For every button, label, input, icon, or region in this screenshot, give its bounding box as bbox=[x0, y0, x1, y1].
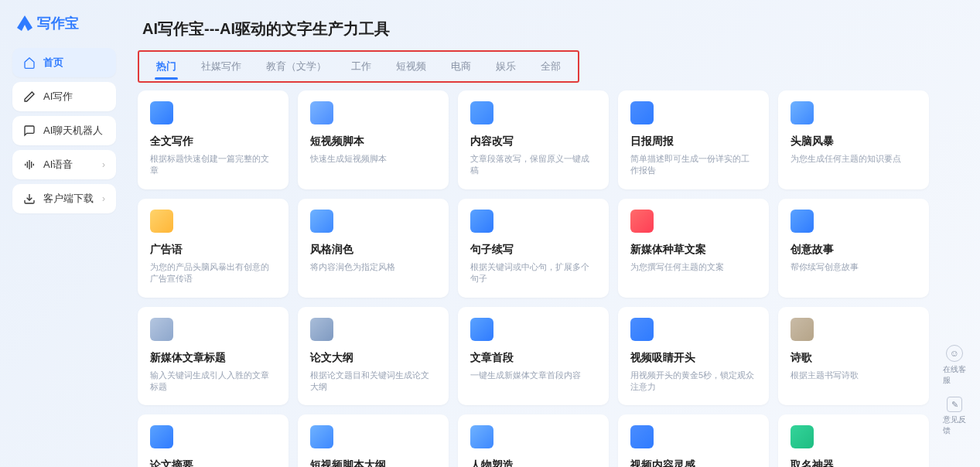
float-service-label: 在线客服 bbox=[943, 364, 966, 386]
sidebar-item-label: 首页 bbox=[43, 56, 63, 70]
online-service-button[interactable]: ☺ 在线客服 bbox=[943, 345, 966, 386]
tab-1[interactable]: 社媒写作 bbox=[189, 55, 254, 78]
tab-0[interactable]: 热门 bbox=[144, 55, 189, 78]
feature-card-5[interactable]: 广告语为您的产品头脑风暴出有创意的广告宣传语 bbox=[138, 199, 289, 298]
brand-name: 写作宝 bbox=[37, 14, 79, 32]
card-desc: 快速生成短视频脚本 bbox=[310, 153, 436, 165]
card-desc: 帮你续写创意故事 bbox=[790, 261, 917, 273]
card-icon bbox=[630, 101, 654, 124]
card-icon bbox=[790, 101, 814, 124]
card-icon bbox=[470, 318, 493, 341]
audio-icon bbox=[23, 159, 36, 171]
card-icon bbox=[150, 210, 173, 233]
sidebar-item-4[interactable]: 客户端下载› bbox=[12, 184, 116, 213]
card-icon bbox=[150, 318, 173, 341]
category-tabs: 热门社媒写作教育（文学）工作短视频电商娱乐全部 bbox=[138, 50, 579, 83]
float-feedback-label: 意见反馈 bbox=[943, 414, 966, 436]
sidebar: 写作宝 首页AI写作AI聊天机器人AI语音›客户端下载› bbox=[6, 6, 122, 467]
feature-card-7[interactable]: 句子续写根据关键词或中心句，扩展多个句子 bbox=[458, 199, 609, 298]
tab-4[interactable]: 短视频 bbox=[384, 55, 439, 78]
card-desc: 用视频开头的黄金5秒，锁定观众注意力 bbox=[630, 370, 756, 394]
card-title: 日报周报 bbox=[630, 135, 756, 148]
card-grid: 全文写作根据标题快速创建一篇完整的文章短视频脚本快速生成短视频脚本内容改写文章段… bbox=[138, 90, 968, 467]
card-title: 视频内容灵感 bbox=[630, 458, 756, 467]
card-title: 取名神器 bbox=[790, 458, 917, 467]
feature-card-18[interactable]: 视频内容灵感哪些点拍视频？让AI写作宝来提供灵感 bbox=[618, 414, 769, 467]
sidebar-item-3[interactable]: AI语音› bbox=[12, 150, 116, 179]
feature-card-10[interactable]: 新媒体文章标题输入关键词生成引人入胜的文章标题 bbox=[138, 307, 289, 406]
download-icon bbox=[23, 193, 36, 205]
card-title: 头脑风暴 bbox=[790, 135, 917, 148]
feature-card-4[interactable]: 头脑风暴为您生成任何主题的知识要点 bbox=[778, 90, 929, 189]
card-icon bbox=[630, 425, 654, 448]
card-title: 论文摘要 bbox=[150, 458, 276, 467]
card-title: 新媒体文章标题 bbox=[150, 351, 276, 365]
feedback-button[interactable]: ✎ 意见反馈 bbox=[943, 397, 966, 436]
tab-6[interactable]: 娱乐 bbox=[483, 55, 528, 78]
card-desc: 一键生成新媒体文章首段内容 bbox=[470, 370, 596, 381]
card-desc: 根据主题书写诗歌 bbox=[790, 370, 917, 381]
sidebar-item-1[interactable]: AI写作 bbox=[12, 82, 116, 111]
card-desc: 为您撰写任何主题的文案 bbox=[630, 261, 756, 273]
feature-card-19[interactable]: 取名神器一键生成人名、公司名称 bbox=[778, 414, 929, 467]
card-title: 短视频脚本 bbox=[310, 135, 436, 148]
feature-card-12[interactable]: 文章首段一键生成新媒体文章首段内容 bbox=[458, 307, 609, 406]
feature-card-0[interactable]: 全文写作根据标题快速创建一篇完整的文章 bbox=[138, 90, 289, 189]
feature-card-14[interactable]: 诗歌根据主题书写诗歌 bbox=[778, 307, 929, 406]
sidebar-item-2[interactable]: AI聊天机器人 bbox=[12, 116, 116, 145]
tab-5[interactable]: 电商 bbox=[439, 55, 483, 78]
card-icon bbox=[630, 318, 654, 341]
card-desc: 为您生成任何主题的知识要点 bbox=[790, 153, 917, 165]
brand-logo[interactable]: 写作宝 bbox=[9, 11, 119, 43]
feature-card-6[interactable]: 风格润色将内容润色为指定风格 bbox=[298, 199, 449, 298]
card-icon bbox=[790, 425, 814, 448]
card-title: 视频吸睛开头 bbox=[630, 351, 756, 365]
card-title: 广告语 bbox=[150, 243, 276, 257]
card-icon bbox=[310, 101, 333, 124]
card-title: 创意故事 bbox=[790, 243, 917, 257]
tab-2[interactable]: 教育（文学） bbox=[254, 55, 339, 78]
note-icon: ✎ bbox=[947, 397, 962, 412]
feature-card-16[interactable]: 短视频脚本大纲生成VLOG、口播稿等短视频的拍摄大纲 bbox=[298, 414, 449, 467]
card-icon bbox=[470, 425, 493, 448]
card-desc: 文章段落改写，保留原义一键成稿 bbox=[470, 153, 596, 177]
card-title: 人物塑造 bbox=[470, 458, 596, 467]
card-title: 新媒体种草文案 bbox=[630, 243, 756, 257]
tab-3[interactable]: 工作 bbox=[339, 55, 384, 78]
feature-card-1[interactable]: 短视频脚本快速生成短视频脚本 bbox=[298, 90, 449, 189]
card-title: 文章首段 bbox=[470, 351, 596, 365]
card-title: 句子续写 bbox=[470, 243, 596, 257]
tab-7[interactable]: 全部 bbox=[528, 55, 573, 78]
card-icon bbox=[310, 318, 333, 341]
card-icon bbox=[470, 101, 493, 124]
feature-card-2[interactable]: 内容改写文章段落改写，保留原义一键成稿 bbox=[458, 90, 609, 189]
card-title: 内容改写 bbox=[470, 135, 596, 148]
home-icon bbox=[23, 56, 36, 69]
sidebar-item-label: 客户端下载 bbox=[43, 192, 94, 206]
sidebar-item-0[interactable]: 首页 bbox=[12, 48, 116, 77]
card-icon bbox=[310, 425, 333, 448]
feature-card-13[interactable]: 视频吸睛开头用视频开头的黄金5秒，锁定观众注意力 bbox=[618, 307, 769, 406]
feature-card-8[interactable]: 新媒体种草文案为您撰写任何主题的文案 bbox=[618, 199, 769, 298]
card-icon bbox=[630, 210, 654, 233]
card-desc: 根据关键词或中心句，扩展多个句子 bbox=[470, 261, 596, 285]
card-desc: 输入关键词生成引人入胜的文章标题 bbox=[150, 370, 276, 394]
card-icon bbox=[310, 210, 333, 233]
card-title: 风格润色 bbox=[310, 243, 436, 257]
feature-card-3[interactable]: 日报周报简单描述即可生成一份详实的工作报告 bbox=[618, 90, 769, 189]
chevron-right-icon: › bbox=[102, 193, 105, 204]
card-icon bbox=[150, 101, 173, 124]
card-icon bbox=[150, 425, 173, 448]
sidebar-item-label: AI写作 bbox=[43, 90, 73, 104]
card-icon bbox=[790, 210, 814, 233]
feature-card-11[interactable]: 论文大纲根据论文题目和关键词生成论文大纲 bbox=[298, 307, 449, 406]
headset-icon: ☺ bbox=[946, 345, 963, 362]
feature-card-9[interactable]: 创意故事帮你续写创意故事 bbox=[778, 199, 929, 298]
chat-icon bbox=[23, 124, 36, 137]
card-title: 全文写作 bbox=[150, 135, 276, 148]
feature-card-15[interactable]: 论文摘要根据论文题目和关键词生成论文摘要 bbox=[138, 414, 289, 467]
feature-card-17[interactable]: 人物塑造为你故事中的角色塑造一个丰满的人物形象 bbox=[458, 414, 609, 467]
card-icon bbox=[790, 318, 814, 341]
page-title: AI写作宝---AI驱动的文字生产力工具 bbox=[138, 11, 968, 50]
main-content: AI写作宝---AI驱动的文字生产力工具 热门社媒写作教育（文学）工作短视频电商… bbox=[122, 6, 974, 467]
